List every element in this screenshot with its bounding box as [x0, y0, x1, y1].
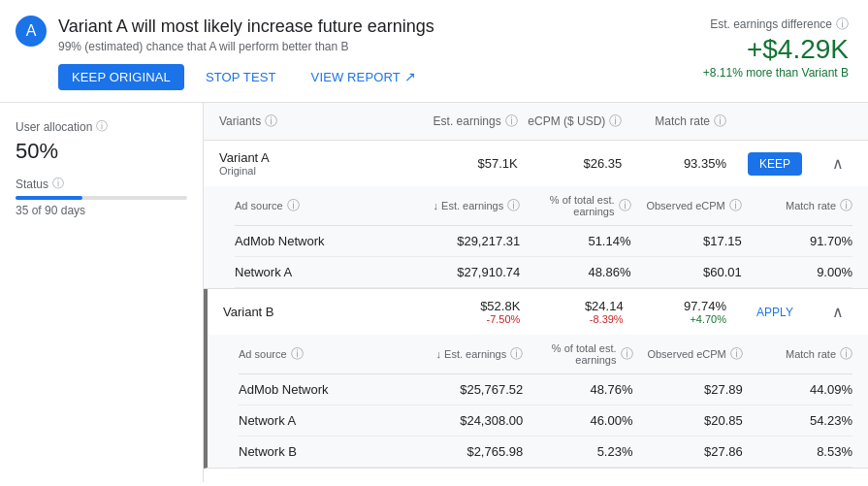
variant-b-apply-button[interactable]: APPLY [745, 301, 805, 324]
sub-earnings-b-0: $25,767.52 [413, 382, 523, 397]
sub-ecpm-b-2: $27.86 [633, 444, 743, 459]
variants-help-icon[interactable]: ⓘ [265, 113, 277, 130]
table-column-headers: Variants ⓘ Est. earnings ⓘ eCPM ($ USD) … [204, 103, 868, 141]
est-earnings-help-icon[interactable]: ⓘ [505, 113, 518, 130]
variant-a-row: Variant A Original $57.1K $26.35 93.35% … [204, 141, 868, 186]
sub-match-a-1: 9.00% [742, 265, 852, 279]
variant-a-ecpm: $26.35 [518, 156, 623, 171]
variant-a-earnings: $57.1K [413, 156, 518, 171]
variant-b-earnings: $52.8K -7.50% [417, 299, 520, 325]
sub-match-b-0: 44.09% [743, 382, 852, 397]
variant-b-ecpm: $24.14 -8.39% [520, 299, 623, 325]
variant-b-section: Variant B $52.8K -7.50% $24.14 -8.39% 97… [204, 289, 868, 469]
sub-row-a-0: AdMob Network $29,217.31 51.14% $17.15 9… [235, 226, 852, 257]
sub-row-b-2: Network B $2,765.98 5.23% $27.86 8.53% [239, 437, 852, 468]
page-subtitle: 99% (estimated) chance that A will perfo… [58, 40, 655, 53]
sub-earnings-a-1: $27,910.74 [409, 265, 520, 279]
sub-col-observed-ecpm-a: Observed eCPM ⓘ [631, 197, 742, 214]
sub-col-ad-source-a: Ad source ⓘ [235, 197, 409, 214]
sub-pct-a-0: 51.14% [520, 234, 630, 248]
user-avatar: A [16, 16, 47, 47]
progress-bar-fill [16, 196, 82, 200]
col-ecpm: eCPM ($ USD) ⓘ [518, 113, 623, 130]
external-link-icon: ↗ [404, 69, 416, 84]
progress-bar-bg [16, 196, 187, 200]
variant-b-sub-table: Ad source ⓘ ↓ Est. earnings ⓘ % of total… [208, 335, 868, 468]
sub-table-b-header: Ad source ⓘ ↓ Est. earnings ⓘ % of total… [239, 335, 852, 374]
sub-ecpm-b-1: $20.85 [633, 413, 743, 428]
sub-row-b-1: Network A $24,308.00 46.00% $20.85 54.23… [239, 405, 852, 437]
sub-source-b-1: Network A [239, 413, 413, 428]
variant-a-match-rate: 93.35% [622, 156, 726, 171]
sub-source-b-0: AdMob Network [239, 382, 413, 397]
sub-row-b-0: AdMob Network $25,767.52 48.76% $27.89 4… [239, 374, 852, 405]
view-report-button[interactable]: VIEW REPORT ↗ [298, 63, 430, 90]
variant-a-name: Variant A Original [219, 150, 413, 177]
allocation-value: 50% [16, 139, 187, 164]
status-help-icon[interactable]: ⓘ [52, 176, 64, 192]
variant-a-sub-table: Ad source ⓘ ↓ Est. earnings ⓘ % of total… [204, 186, 868, 288]
sub-source-b-2: Network B [239, 444, 413, 459]
sub-ecpm-b-0: $27.89 [633, 382, 743, 397]
stop-test-button[interactable]: STOP TEST [192, 64, 290, 90]
sub-col-match-rate-b: Match rate ⓘ [743, 345, 852, 363]
ad-source-a-help-icon[interactable]: ⓘ [287, 197, 300, 214]
status-label: Status ⓘ [16, 176, 187, 192]
sub-col-observed-ecpm-b: Observed eCPM ⓘ [633, 345, 743, 363]
sub-source-a-0: AdMob Network [235, 234, 409, 248]
sub-col-ad-source-b: Ad source ⓘ [239, 345, 413, 363]
sub-pct-a-1: 48.86% [520, 265, 630, 279]
variant-b-match-rate: 97.74% +4.70% [624, 299, 726, 325]
est-diff-help-icon[interactable]: ⓘ [836, 16, 849, 33]
sub-pct-b-2: 5.23% [523, 444, 632, 459]
main-content: Variants ⓘ Est. earnings ⓘ eCPM ($ USD) … [204, 103, 868, 482]
sub-earnings-b-2: $2,765.98 [413, 444, 523, 459]
variant-a-keep-button[interactable]: KEEP [748, 152, 802, 176]
sub-observed-ecpm-a-help-icon[interactable]: ⓘ [729, 197, 742, 214]
sub-col-pct-a: % of total est. earnings ⓘ [520, 194, 630, 217]
variant-b-chevron[interactable]: ∧ [832, 304, 844, 320]
sub-ecpm-a-1: $60.01 [631, 265, 742, 279]
ecpm-help-icon[interactable]: ⓘ [609, 113, 622, 130]
match-rate-help-icon[interactable]: ⓘ [714, 113, 726, 130]
keep-original-button[interactable]: KEEP ORIGINAL [58, 64, 184, 90]
allocation-label: User allocation ⓘ [16, 118, 187, 135]
sub-match-b-2: 8.53% [743, 444, 852, 459]
sub-ecpm-a-0: $17.15 [631, 234, 742, 248]
sub-col-est-earnings-a: ↓ Est. earnings ⓘ [409, 197, 520, 214]
est-diff-label: Est. earnings difference ⓘ [655, 16, 849, 33]
sub-earnings-b-1: $24,308.00 [413, 413, 523, 428]
sub-table-a-header: Ad source ⓘ ↓ Est. earnings ⓘ % of total… [235, 186, 852, 226]
sub-col-match-rate-a: Match rate ⓘ [742, 197, 852, 214]
sub-match-a-0: 91.70% [742, 234, 852, 248]
sub-pct-a-help-icon[interactable]: ⓘ [619, 197, 631, 214]
ad-source-b-help-icon[interactable]: ⓘ [291, 345, 304, 363]
sub-est-earnings-a-help-icon[interactable]: ⓘ [507, 197, 520, 214]
col-est-earnings: Est. earnings ⓘ [413, 113, 518, 130]
variant-a-chevron[interactable]: ∧ [832, 155, 844, 172]
variant-b-row: Variant B $52.8K -7.50% $24.14 -8.39% 97… [208, 289, 868, 335]
sub-match-rate-a-help-icon[interactable]: ⓘ [840, 197, 852, 214]
sub-source-a-1: Network A [235, 265, 409, 279]
sub-observed-ecpm-b-help-icon[interactable]: ⓘ [730, 345, 743, 363]
variant-b-name: Variant B [223, 305, 417, 319]
sub-match-b-1: 54.23% [743, 413, 852, 428]
col-match-rate: Match rate ⓘ [622, 113, 726, 130]
progress-text: 35 of 90 days [16, 204, 187, 217]
allocation-help-icon[interactable]: ⓘ [96, 118, 108, 135]
sub-col-est-earnings-b: ↓ Est. earnings ⓘ [413, 345, 523, 363]
est-diff-more: +8.11% more than Variant B [655, 66, 849, 80]
sub-match-rate-b-help-icon[interactable]: ⓘ [840, 345, 852, 363]
est-diff-value: +$4.29K [655, 33, 849, 66]
variant-a-section: Variant A Original $57.1K $26.35 93.35% … [204, 141, 868, 289]
sub-row-a-1: Network A $27,910.74 48.86% $60.01 9.00% [235, 257, 852, 288]
page-title: Variant A will most likely increase futu… [58, 16, 655, 38]
sub-pct-b-help-icon[interactable]: ⓘ [621, 345, 633, 363]
sub-earnings-a-0: $29,217.31 [409, 234, 520, 248]
col-variants: Variants ⓘ [219, 113, 413, 130]
sub-pct-b-1: 46.00% [523, 413, 632, 428]
sub-col-pct-b: % of total est. earnings ⓘ [523, 342, 632, 366]
sub-pct-b-0: 48.76% [523, 382, 632, 397]
sub-est-earnings-b-help-icon[interactable]: ⓘ [510, 345, 523, 363]
